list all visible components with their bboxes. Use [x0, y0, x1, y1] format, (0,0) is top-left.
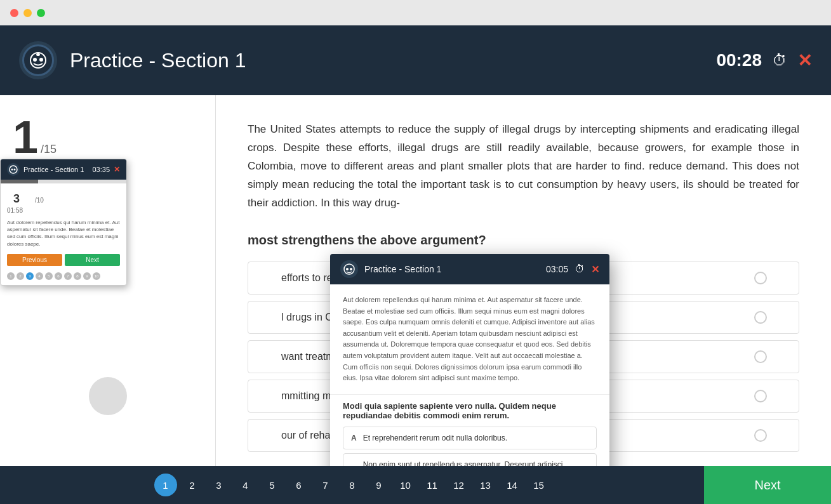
logo-icon — [29, 51, 48, 70]
svg-point-5 — [11, 169, 13, 171]
sidebar-bottom-circle — [89, 377, 127, 415]
app: Practice - Section 1 00:28 ⏱ ✕ 1 /15 00:… — [0, 25, 831, 504]
page-btn-1[interactable]: 1 — [154, 474, 177, 496]
modal-option-b[interactable]: B Non enim sunt ut repellendus aspernatu… — [343, 453, 597, 466]
mini-modal-header: Practice - Section 1 03:35 ✕ — [1, 159, 126, 180]
mini-dot-5[interactable]: 5 — [45, 272, 53, 280]
large-modal-bold-text: Modi quia sapiente sapiente vero nulla. … — [330, 395, 609, 427]
svg-point-4 — [10, 166, 17, 173]
minimize-dot[interactable] — [23, 9, 32, 17]
question-label: most strengthens the above argument? — [248, 231, 799, 249]
header: Practice - Section 1 00:28 ⏱ ✕ — [0, 25, 831, 95]
large-modal-options: A Et reprehenderit rerum odit nulla dolo… — [330, 427, 609, 466]
mini-modal-progress-fill — [1, 180, 38, 183]
page-btn-9[interactable]: 9 — [368, 474, 390, 496]
svg-point-2 — [39, 58, 43, 62]
svg-rect-3 — [36, 53, 40, 56]
mini-modal-timer: 03:35 — [92, 166, 110, 173]
large-modal: Practice - Section 1 03:05 ⏱ ✕ Aut dolor… — [330, 254, 609, 466]
page-btn-10[interactable]: 10 — [394, 474, 417, 496]
large-modal-logo — [340, 260, 358, 278]
mini-modal-buttons: Previous Next — [1, 250, 126, 270]
mini-modal-logo — [7, 163, 20, 176]
page-btn-5[interactable]: 5 — [261, 474, 284, 496]
page-btn-14[interactable]: 14 — [501, 474, 524, 496]
close-dot[interactable] — [10, 9, 18, 17]
mini-modal: Practice - Section 1 03:35 ✕ 3 /10 — [0, 159, 127, 286]
large-modal-passage: Aut dolorem repellendus qui harum minima… — [330, 284, 609, 395]
left-sidebar: 1 /15 00:28 — [0, 95, 216, 466]
radio-circle-2 — [754, 311, 767, 324]
radio-circle-4 — [754, 390, 767, 402]
mini-modal-title: Practice - Section 1 — [23, 166, 84, 173]
mini-modal-question-sub: /10 — [29, 197, 50, 204]
page-btn-12[interactable]: 12 — [448, 474, 470, 496]
mini-dot-4[interactable]: 4 — [36, 272, 43, 280]
passage-text: The United States attempts to reduce the… — [248, 121, 799, 212]
mini-dot-10[interactable]: 10 — [93, 272, 100, 280]
modal-option-text-a: Et reprehenderit rerum odit nulla dolori… — [363, 434, 507, 442]
mini-dot-9[interactable]: 9 — [83, 272, 91, 280]
svg-point-8 — [346, 268, 349, 270]
timer-icon: ⏱ — [772, 51, 787, 69]
mini-modal-next-button[interactable]: Next — [65, 254, 120, 266]
page-btn-2[interactable]: 2 — [181, 474, 204, 496]
page-btn-6[interactable]: 6 — [288, 474, 310, 496]
page-btn-4[interactable]: 4 — [234, 474, 257, 496]
page-btn-3[interactable]: 3 — [208, 474, 230, 496]
large-modal-title: Practice - Section 1 — [364, 264, 441, 274]
mini-dot-3[interactable]: 3 — [26, 272, 34, 280]
large-modal-timer: 03:05 — [546, 264, 568, 274]
large-modal-header: Practice - Section 1 03:05 ⏱ ✕ — [330, 254, 609, 284]
large-modal-logo-icon — [343, 263, 355, 275]
large-modal-close-button[interactable]: ✕ — [591, 263, 599, 275]
radio-circle-1 — [754, 272, 767, 284]
svg-point-1 — [33, 58, 37, 62]
mini-modal-progress-bar — [1, 180, 126, 183]
mini-modal-passage-text: Aut dolorem repellendus qui harum minima… — [1, 216, 126, 250]
logo — [19, 41, 57, 79]
mini-modal-question-num: 3 — [7, 187, 26, 207]
mini-dot-1[interactable]: 1 — [7, 272, 15, 280]
question-total: /15 — [41, 143, 57, 156]
page-btn-13[interactable]: 13 — [474, 474, 497, 496]
mini-dot-2[interactable]: 2 — [17, 272, 24, 280]
page-btn-15[interactable]: 15 — [528, 474, 550, 496]
content-area: 1 /15 00:28 — [0, 95, 831, 466]
header-timer: 00:28 — [716, 50, 762, 70]
logo-inner — [22, 44, 54, 76]
page-btn-8[interactable]: 8 — [341, 474, 364, 496]
close-button[interactable]: ✕ — [797, 50, 812, 71]
header-title: Practice - Section 1 — [70, 49, 246, 72]
svg-point-6 — [14, 169, 16, 171]
modal-option-a[interactable]: A Et reprehenderit rerum odit nulla dolo… — [343, 427, 597, 449]
header-right: 00:28 ⏱ ✕ — [716, 50, 812, 71]
radio-circle-5 — [754, 429, 767, 442]
bottom-nav: 1 2 3 4 5 6 7 8 9 10 11 12 13 14 15 Next — [0, 466, 831, 504]
header-left: Practice - Section 1 — [19, 41, 246, 79]
mini-dot-6[interactable]: 6 — [55, 272, 62, 280]
mini-modal-page-dots: 1 2 3 4 5 6 7 8 9 10 — [1, 270, 126, 285]
browser-chrome — [0, 0, 831, 25]
page-btn-11[interactable]: 11 — [421, 474, 444, 496]
maximize-dot[interactable] — [37, 9, 45, 17]
main-content: The United States attempts to reduce the… — [216, 95, 831, 466]
page-btn-7[interactable]: 7 — [314, 474, 337, 496]
modal-option-letter-a: A — [351, 434, 357, 442]
svg-point-9 — [350, 268, 352, 270]
next-button[interactable]: Next — [704, 466, 831, 504]
mini-modal-question-time: 01:58 — [1, 207, 126, 216]
page-numbers: 1 2 3 4 5 6 7 8 9 10 11 12 13 14 15 — [0, 474, 704, 496]
modal-option-letter-b: B — [351, 465, 357, 466]
mini-dot-7[interactable]: 7 — [64, 272, 72, 280]
modal-option-text-b: Non enim sunt ut repellendus aspernatur.… — [363, 460, 588, 466]
large-modal-timer-icon: ⏱ — [575, 263, 585, 275]
mini-modal-prev-button[interactable]: Previous — [7, 254, 62, 266]
question-number: 1 — [13, 114, 38, 160]
mini-modal-close-button[interactable]: ✕ — [114, 165, 120, 174]
mini-logo-icon — [9, 165, 18, 174]
mini-dot-8[interactable]: 8 — [74, 272, 81, 280]
radio-circle-3 — [754, 350, 767, 363]
